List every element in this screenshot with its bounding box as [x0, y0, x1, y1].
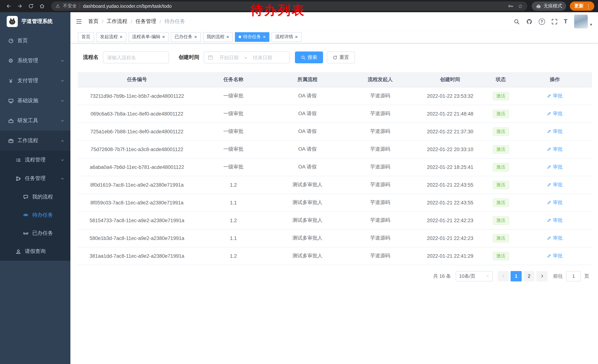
tab-close-icon[interactable]: ×: [295, 34, 298, 39]
tabs-bar: 首页 发起流程 × 流程表单-编辑 × 已办任务 × 我的流程 ×: [70, 31, 598, 43]
sidebar-item-todo-tasks[interactable]: 待办任务: [0, 206, 70, 224]
table-row[interactable]: 381aa1dd-7ac8-11ec-a9e2-a2380e71991a 1.2…: [78, 247, 592, 265]
caret-down-icon: ▾: [590, 22, 592, 27]
table-row[interactable]: 58154733-7ac8-11ec-a9e2-a2380e71991a 1.2…: [78, 211, 592, 229]
approve-link[interactable]: 审批: [547, 164, 563, 170]
help-icon[interactable]: ?: [539, 18, 545, 25]
page-button-2[interactable]: 2: [523, 271, 535, 281]
sidebar-item-done-tasks[interactable]: 已办任务: [0, 224, 70, 242]
approve-link[interactable]: 审批: [547, 181, 563, 188]
prev-page-button[interactable]: [498, 271, 509, 281]
column-header-task-id: 任务编号: [78, 72, 196, 87]
page-size-select[interactable]: 10条/页: [456, 271, 493, 281]
tab-home[interactable]: 首页: [78, 32, 94, 42]
table-row[interactable]: 8f059c03-7ac8-11ec-a9e2-a2380e71991a 1.1…: [78, 194, 592, 211]
gear-icon: ⚙: [8, 57, 14, 64]
cell-process: 测试多审批人: [271, 176, 344, 194]
cell-actions: 审批: [517, 211, 592, 229]
sidebar-item-infrastructure[interactable]: 基础设施: [0, 91, 70, 111]
goto-page-input[interactable]: [566, 271, 581, 281]
approve-label: 审批: [553, 199, 563, 206]
tab-todo-tasks[interactable]: 待办任务 ×: [235, 32, 269, 42]
end-date-field[interactable]: [248, 55, 277, 60]
incognito-label: 无痕模式: [544, 3, 562, 9]
tab-close-icon[interactable]: ×: [226, 34, 229, 39]
approve-link[interactable]: 审批: [547, 128, 563, 135]
start-date-field[interactable]: [215, 55, 243, 60]
tab-close-icon[interactable]: ×: [263, 34, 266, 39]
cell-actions: 审批: [517, 247, 592, 265]
cell-created-time: 2022-01-21 22:42:23: [416, 229, 484, 247]
sidebar-item-home[interactable]: 首页: [0, 31, 70, 51]
next-page-button[interactable]: [537, 271, 548, 281]
sidebar-item-process-mgmt[interactable]: 流程管理: [0, 151, 70, 169]
search-icon[interactable]: [513, 18, 520, 25]
approve-link[interactable]: 审批: [547, 93, 563, 99]
date-range-picker[interactable]: -: [204, 51, 290, 63]
reset-button[interactable]: 重置: [327, 51, 355, 63]
table-row[interactable]: 75d72608-7b7f-11ec-a3c8-acde48001122 一级审…: [78, 140, 592, 158]
home-button[interactable]: [37, 1, 47, 11]
approve-link[interactable]: 审批: [547, 252, 563, 259]
toolbox-icon: [8, 118, 14, 123]
breadcrumb-home[interactable]: 首页: [88, 18, 99, 25]
table-row[interactable]: 725a1eb6-7b88-11ec-8ef0-acde48001122 一级审…: [78, 122, 592, 140]
browser-menu-icon[interactable]: ⋮: [586, 3, 591, 9]
tab-my-process[interactable]: 我的流程 ×: [203, 32, 233, 42]
sidebar-item-label: 我的流程: [32, 194, 53, 200]
github-icon[interactable]: [526, 18, 532, 25]
tab-close-icon[interactable]: ×: [162, 34, 165, 39]
back-button[interactable]: [4, 1, 13, 11]
cell-status: 激活: [484, 122, 517, 140]
table-row[interactable]: 069c6a63-7b8a-11ec-8ef0-acde48001122 一级审…: [78, 105, 592, 122]
sidebar-item-payment-mgmt[interactable]: ¥ 支付管理: [0, 71, 70, 91]
bookmark-star-icon[interactable]: ☆: [518, 3, 523, 9]
user-avatar[interactable]: ▾: [574, 15, 592, 29]
process-name-field[interactable]: [107, 55, 165, 60]
sidebar-item-workflow[interactable]: 工作流程: [0, 131, 70, 151]
tab-close-icon[interactable]: ×: [120, 34, 123, 39]
page-size-value: 10条/页: [459, 273, 475, 279]
sidebar-item-leave-query[interactable]: 请假查询: [0, 242, 70, 261]
process-name-label: 流程名: [83, 54, 99, 61]
sidebar-item-my-process[interactable]: 我的流程: [0, 188, 70, 206]
approve-link[interactable]: 审批: [547, 235, 563, 242]
cell-task-id: a6aba0a4-7b6d-11ec-b781-acde48001122: [78, 158, 196, 176]
tab-process-detail[interactable]: 流程详情 ×: [272, 32, 301, 42]
sidebar-item-system-mgmt[interactable]: ⚙ 系统管理: [0, 51, 70, 71]
approve-link[interactable]: 审批: [547, 110, 563, 117]
table-row[interactable]: 8f0d1619-7ac8-11ec-a9e2-a2380e71991a 1.2…: [78, 176, 592, 194]
password-key-icon[interactable]: [508, 3, 513, 9]
sidebar-item-task-mgmt[interactable]: 任务管理: [0, 169, 70, 188]
sidebar-item-dev-tools[interactable]: 研发工具: [0, 111, 70, 131]
breadcrumb-workflow[interactable]: 工作流程: [107, 18, 127, 25]
table-row[interactable]: 73211d9d-7b9b-11ec-b5b7-acde48001122 一级审…: [78, 87, 592, 105]
tab-label: 流程详情: [275, 34, 293, 40]
cell-task-id: 73211d9d-7b9b-11ec-b5b7-acde48001122: [78, 87, 196, 105]
fullscreen-icon[interactable]: [551, 18, 557, 25]
font-size-icon[interactable]: T: [564, 18, 568, 25]
approve-link[interactable]: 审批: [547, 199, 563, 206]
forward-button[interactable]: [15, 1, 25, 11]
update-button[interactable]: 更新 ⋮: [570, 1, 594, 11]
table-row[interactable]: 580e1b3d-7ac8-11ec-a9e2-a2380e71991a 1.1…: [78, 229, 592, 247]
column-header-process: 所属流程: [271, 72, 344, 87]
process-name-input[interactable]: [103, 51, 169, 63]
page-button-1[interactable]: 1: [511, 271, 522, 281]
total-count: 共 16 条: [433, 273, 451, 279]
breadcrumb-task-mgmt[interactable]: 任务管理: [136, 18, 156, 25]
avatar-image: [574, 15, 588, 29]
tab-done-tasks[interactable]: 已办任务 ×: [171, 32, 201, 42]
reload-button[interactable]: [26, 1, 36, 11]
table-row[interactable]: a6aba0a4-7b6d-11ec-b781-acde48001122 一级审…: [78, 158, 592, 176]
tab-close-icon[interactable]: ×: [194, 34, 197, 39]
sidebar-toggle-icon[interactable]: [75, 18, 82, 25]
tab-start-process[interactable]: 发起流程 ×: [96, 32, 126, 42]
approve-link[interactable]: 审批: [547, 217, 563, 224]
approve-link[interactable]: 审批: [547, 146, 563, 153]
search-button[interactable]: 搜索: [295, 51, 323, 63]
tab-process-form-edit[interactable]: 流程表单-编辑 ×: [128, 32, 169, 42]
edit-icon: [547, 200, 551, 205]
list-icon: [15, 157, 22, 163]
cell-initiator: 芋道源码: [344, 211, 416, 229]
